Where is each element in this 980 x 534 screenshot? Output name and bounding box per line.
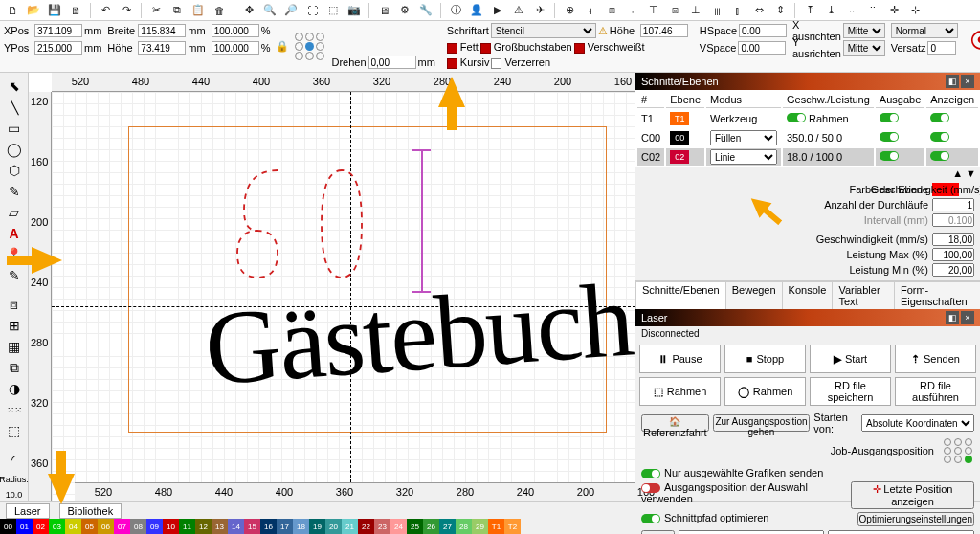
undo-icon[interactable]: ↶ <box>97 2 114 19</box>
palette-01[interactable]: 01 <box>16 519 33 534</box>
palette-24[interactable]: 24 <box>390 519 407 534</box>
dots2-icon[interactable]: ∶∶ <box>864 2 881 19</box>
yalign-select[interactable]: Mitte <box>843 40 885 56</box>
controller-select[interactable]: ▦ Ruida <box>828 530 974 534</box>
send-icon[interactable]: ✈ <box>531 2 548 19</box>
zoomin-icon[interactable]: 🔍 <box>261 2 278 19</box>
italic-check[interactable]: Kursiv <box>447 56 490 69</box>
align-left-icon[interactable]: ⫞ <box>582 2 599 19</box>
palette-16[interactable]: 16 <box>260 519 277 534</box>
joborigin-grid[interactable] <box>944 438 974 463</box>
home-button[interactable]: 🏠Referenzfahrt <box>641 414 709 432</box>
textheight-input[interactable] <box>640 24 688 37</box>
opt1-toggle[interactable] <box>641 469 660 478</box>
rdsave-button[interactable]: RD file speichern <box>810 377 891 406</box>
move-layer-down-icon[interactable]: ▼ <box>966 167 976 179</box>
tab-schnitte-ebenen[interactable]: Schnitte/Ebenen <box>635 281 726 309</box>
save-icon[interactable]: 💾 <box>46 2 63 19</box>
text-tool-icon[interactable]: A <box>4 224 25 243</box>
settings-icon[interactable]: ⚙ <box>396 2 413 19</box>
xpos-input[interactable] <box>34 24 82 37</box>
crosshair-icon[interactable]: ⊹ <box>906 2 924 19</box>
palette-04[interactable]: 04 <box>65 519 81 534</box>
design-number-60[interactable] <box>224 157 375 291</box>
width-input[interactable] <box>138 24 186 37</box>
palette-11[interactable]: 11 <box>179 519 195 534</box>
palette-15[interactable]: 15 <box>244 519 260 534</box>
distribute-v-icon[interactable]: ⫿ <box>729 2 746 19</box>
import-icon[interactable]: 🗎 <box>67 2 84 19</box>
passes-input[interactable] <box>932 198 974 211</box>
startfrom-select[interactable]: Absolute Koordinaten <box>861 414 974 432</box>
palette-25[interactable]: 25 <box>407 519 423 534</box>
palette-13[interactable]: 13 <box>212 519 228 534</box>
align-top-icon[interactable]: ⊤ <box>645 2 662 19</box>
zoomout-icon[interactable]: 🔎 <box>282 2 300 19</box>
frame2-button[interactable]: ◯Rahmen <box>724 377 806 406</box>
move-down-icon[interactable]: ⤓ <box>822 2 839 19</box>
palette-27[interactable]: 27 <box>439 519 456 534</box>
optsettings-button[interactable]: Optimierungseinstellungen <box>858 512 974 526</box>
tab-konsole[interactable]: Konsole <box>782 281 834 309</box>
zoomfit-icon[interactable]: ⛶ <box>303 2 321 19</box>
move-layer-up-icon[interactable]: ▲ <box>952 167 963 179</box>
showlastpos-button[interactable]: ✛ Letzte Position anzeigen <box>851 481 974 509</box>
measure-tool-icon[interactable]: ✎ <box>4 266 25 285</box>
palette-T2[interactable]: T2 <box>504 519 521 534</box>
align-vcenter-icon[interactable]: ⧇ <box>666 2 683 19</box>
monitor-icon[interactable]: 🖥 <box>375 2 392 19</box>
pause-button[interactable]: ⏸Pause <box>639 345 721 373</box>
warning-icon[interactable]: ⚠ <box>510 2 527 19</box>
hspace-input[interactable] <box>739 24 787 37</box>
support-icon[interactable]: ▶ <box>489 2 506 19</box>
tab-laser[interactable]: Laser <box>6 503 50 519</box>
palette-06[interactable]: 06 <box>98 519 114 534</box>
upper-check[interactable]: Großbuchstaben <box>480 41 572 54</box>
dock-icon[interactable]: ◧ <box>946 75 959 88</box>
redo-icon[interactable]: ↷ <box>118 2 135 19</box>
palette-02[interactable]: 02 <box>33 519 49 534</box>
array-tool-icon[interactable]: ⊞ <box>4 316 25 335</box>
polygon-tool-icon[interactable]: ⬡ <box>4 161 25 180</box>
stop-button[interactable]: ■Stopp <box>724 345 806 373</box>
tab-library[interactable]: Bibliothek <box>59 503 122 519</box>
layer-row[interactable]: C0202 Linie 18.0 / 100.0 <box>637 148 980 166</box>
devsettings-icon[interactable]: 🔧 <box>417 2 434 19</box>
rect-tool-icon[interactable]: ▭ <box>4 119 25 138</box>
xalign-select[interactable]: Mitte <box>843 23 885 38</box>
dock-icon[interactable]: ◧ <box>946 311 959 324</box>
zoomsel-icon[interactable]: ⬚ <box>324 2 342 19</box>
palette-29[interactable]: 29 <box>472 519 488 534</box>
weld-check[interactable]: Verschweißt <box>574 41 645 54</box>
bezier-tool-icon[interactable]: ✎ <box>4 182 25 201</box>
dots1-icon[interactable]: ∙∙ <box>843 2 860 19</box>
layer-row[interactable]: C0000 Füllen 350.0 / 50.0 <box>637 129 980 146</box>
palette-20[interactable]: 20 <box>325 519 342 534</box>
samewidth-icon[interactable]: ⇔ <box>750 2 768 19</box>
pcth-input[interactable] <box>212 41 259 55</box>
devices-button[interactable]: Geräte <box>641 530 675 534</box>
height-input[interactable] <box>138 41 186 55</box>
sameheight-icon[interactable]: ⇕ <box>771 2 789 19</box>
lock-icon[interactable]: 🔒 <box>276 40 289 53</box>
align-bottom-icon[interactable]: ⊥ <box>687 2 704 19</box>
frame1-button[interactable]: ⬚Rahmen <box>639 377 721 406</box>
boolean-tool-icon[interactable]: ⧉ <box>4 358 25 377</box>
palette-14[interactable]: 14 <box>228 519 244 534</box>
distort-check[interactable]: Verzerren <box>491 56 550 69</box>
ellipse-tool-icon[interactable]: ◯ <box>4 140 25 159</box>
opt2-toggle[interactable] <box>641 483 660 493</box>
palette-22[interactable]: 22 <box>358 519 374 534</box>
palette-08[interactable]: 08 <box>130 519 146 534</box>
anchor-grid[interactable] <box>295 33 325 60</box>
tab-bewegen[interactable]: Bewegen <box>725 281 783 309</box>
new-icon[interactable]: 🗋 <box>4 2 21 19</box>
start-button[interactable]: ▶Start <box>810 345 891 373</box>
palette-18[interactable]: 18 <box>293 519 309 534</box>
powermax-input[interactable] <box>932 248 974 261</box>
powermin-input[interactable] <box>932 263 974 277</box>
palette-26[interactable]: 26 <box>423 519 439 534</box>
vspace-input[interactable] <box>738 41 786 55</box>
corner-tool-icon[interactable]: ◜ <box>4 450 25 469</box>
user-icon[interactable]: 👤 <box>468 2 485 19</box>
